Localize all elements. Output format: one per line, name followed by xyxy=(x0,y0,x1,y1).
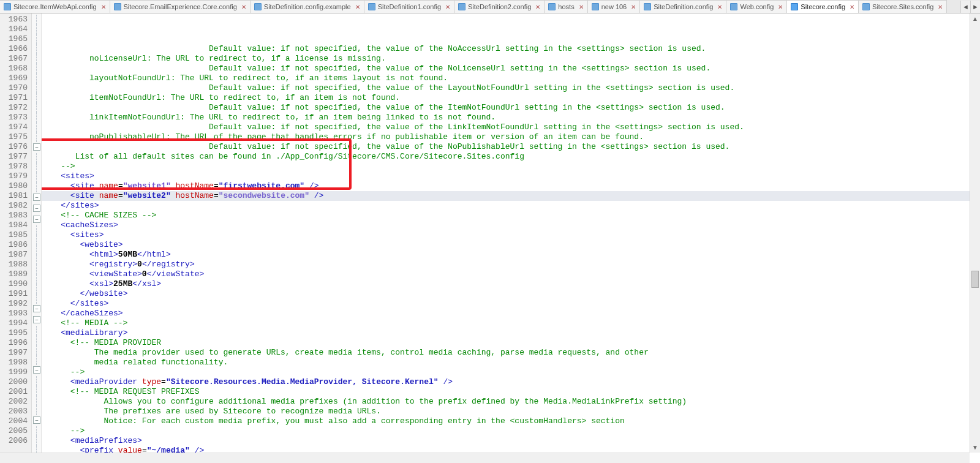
close-icon[interactable]: ✕ xyxy=(717,4,722,10)
code-line[interactable]: Default value: if not specified, the val… xyxy=(42,142,980,152)
code-line[interactable]: <viewState>0</viewState> xyxy=(42,269,980,279)
scroll-down-arrow[interactable]: ▼ xyxy=(970,442,980,453)
file-tab[interactable]: Sitecore.EmailExperience.Core.config✕ xyxy=(110,0,251,13)
line-number: 1996 xyxy=(0,338,28,348)
close-icon[interactable]: ✕ xyxy=(850,4,854,10)
code-area[interactable]: Default value: if not specified, the val… xyxy=(42,13,980,463)
tab-scroll-left[interactable]: ◄ xyxy=(960,1,970,13)
file-tab[interactable]: SiteDefinition.config.example✕ xyxy=(251,0,364,13)
file-tab[interactable]: SiteDefinition.config✕ xyxy=(640,0,726,13)
close-icon[interactable]: ✕ xyxy=(938,4,943,10)
line-number: 1986 xyxy=(0,240,28,250)
code-line[interactable]: <!-- MEDIA --> xyxy=(42,318,980,328)
fold-toggle[interactable]: − xyxy=(33,366,40,374)
code-line[interactable]: Allows you to configure additional media… xyxy=(42,397,980,407)
code-line[interactable]: List of all default sites can be found i… xyxy=(42,152,980,162)
code-line[interactable]: <site name="website1" hostName="firstweb… xyxy=(42,181,980,191)
code-line[interactable]: Default value: if not specified, the val… xyxy=(42,83,980,93)
code-line[interactable]: itemNotFoundUrl: The URL to redirect to,… xyxy=(42,93,980,103)
code-line[interactable]: <cacheSizes> xyxy=(42,220,980,230)
file-tab[interactable]: Sitecore.ItemWebApi.config✕ xyxy=(0,0,110,13)
line-number: 1966 xyxy=(0,44,28,54)
code-line[interactable]: linkItemNotFoundUrl: The URL to redirect… xyxy=(42,113,980,122)
code-line[interactable]: Notice: For each custom media prefix, yo… xyxy=(42,416,980,426)
code-line[interactable]: --> xyxy=(42,162,980,171)
code-line[interactable]: <site name="website2" hostName="secondwe… xyxy=(42,191,980,201)
fold-toggle[interactable]: − xyxy=(33,416,40,424)
code-line[interactable]: noLicenseUrl: The URL to redirect to, if… xyxy=(42,54,980,64)
file-tab[interactable]: new 106✕ xyxy=(588,0,641,13)
file-tab[interactable]: Web.config✕ xyxy=(726,0,787,13)
line-number: 1992 xyxy=(0,299,28,309)
code-line[interactable]: <!-- MEDIA PROVIDER xyxy=(42,338,980,348)
tab-label: SiteDefinition2.config xyxy=(468,3,531,10)
line-number: 1974 xyxy=(0,122,28,132)
line-number: 1970 xyxy=(0,83,28,93)
line-number: 2003 xyxy=(0,407,28,416)
code-line[interactable]: Default value: if not specified, the val… xyxy=(42,44,980,54)
code-line[interactable]: </sites> xyxy=(42,201,980,211)
close-icon[interactable]: ✕ xyxy=(535,4,540,10)
code-line[interactable]: <xsl>25MB</xsl> xyxy=(42,279,980,289)
code-line[interactable]: <registry>0</registry> xyxy=(42,260,980,269)
line-number: 1979 xyxy=(0,171,28,181)
code-line[interactable]: noPublishableUrl: The URL of the page th… xyxy=(42,132,980,142)
tab-label: SiteDefinition.config.example xyxy=(264,3,351,10)
fold-toggle[interactable]: − xyxy=(33,143,40,151)
close-icon[interactable]: ✕ xyxy=(778,4,783,10)
close-icon[interactable]: ✕ xyxy=(101,4,106,10)
tab-scroll-right[interactable]: ► xyxy=(970,1,980,13)
line-number: 1985 xyxy=(0,230,28,240)
code-line[interactable]: Default value: if not specified, the val… xyxy=(42,122,980,132)
code-line[interactable]: </website> xyxy=(42,289,980,299)
horizontal-scrollbar[interactable] xyxy=(0,453,970,463)
code-line[interactable]: <website> xyxy=(42,240,980,250)
code-line[interactable]: <mediaPrefixes> xyxy=(42,436,980,446)
code-line[interactable]: media related functionality. xyxy=(42,358,980,367)
close-icon[interactable]: ✕ xyxy=(241,4,246,10)
code-line[interactable]: layoutNotFoundUrl: The URL to redirect t… xyxy=(42,73,980,83)
code-line[interactable]: </sites> xyxy=(42,299,980,309)
line-number: 1972 xyxy=(0,103,28,113)
code-line[interactable]: <sites> xyxy=(42,230,980,240)
code-line[interactable]: <!-- MEDIA REQUEST PREFIXES xyxy=(42,387,980,397)
code-line[interactable]: Default value: if not specified, the val… xyxy=(42,64,980,73)
vertical-scroll-thumb[interactable] xyxy=(971,271,979,288)
tab-label: hosts xyxy=(558,3,574,10)
file-icon xyxy=(862,3,870,10)
code-line[interactable]: The media provider used to generate URLs… xyxy=(42,348,980,358)
file-tab[interactable]: hosts✕ xyxy=(545,0,587,13)
line-number: 1989 xyxy=(0,269,28,279)
line-number: 1978 xyxy=(0,162,28,171)
file-tab[interactable]: SiteDefinition2.config✕ xyxy=(454,0,545,13)
tab-label: Web.config xyxy=(740,3,774,10)
close-icon[interactable]: ✕ xyxy=(355,4,360,10)
close-icon[interactable]: ✕ xyxy=(579,4,584,10)
code-line[interactable]: --> xyxy=(42,426,980,436)
close-icon[interactable]: ✕ xyxy=(445,4,450,10)
code-line[interactable]: Default value: if not specified, the val… xyxy=(42,103,980,113)
file-tab[interactable]: Sitecore.config✕ xyxy=(787,0,859,13)
code-line[interactable]: <html>50MB</html> xyxy=(42,250,980,260)
code-line[interactable]: <sites> xyxy=(42,171,980,181)
file-icon xyxy=(4,3,11,10)
code-line[interactable]: <mediaProvider type="Sitecore.Resources.… xyxy=(42,377,980,387)
code-line[interactable]: <!-- CACHE SIZES --> xyxy=(42,211,980,220)
fold-toggle[interactable]: − xyxy=(33,205,40,212)
close-icon[interactable]: ✕ xyxy=(631,4,636,10)
fold-toggle[interactable]: − xyxy=(33,194,40,201)
code-line[interactable]: --> xyxy=(42,367,980,377)
code-line[interactable]: <mediaLibrary> xyxy=(42,328,980,338)
fold-toggle[interactable]: − xyxy=(33,305,40,312)
line-number: 1994 xyxy=(0,318,28,328)
file-tab[interactable]: Sitecore.Sites.config✕ xyxy=(859,0,947,13)
scroll-up-arrow[interactable]: ▲ xyxy=(970,13,980,24)
vertical-scrollbar[interactable]: ▲ ▼ xyxy=(970,13,980,453)
code-line[interactable]: The prefixes are used by Sitecore to rec… xyxy=(42,407,980,416)
line-number: 1964 xyxy=(0,24,28,34)
code-line[interactable]: </cacheSizes> xyxy=(42,309,980,318)
file-icon xyxy=(114,3,121,10)
file-tab[interactable]: SiteDefinition1.config✕ xyxy=(364,0,454,13)
fold-toggle[interactable]: − xyxy=(33,216,40,223)
fold-toggle[interactable]: − xyxy=(33,316,40,323)
